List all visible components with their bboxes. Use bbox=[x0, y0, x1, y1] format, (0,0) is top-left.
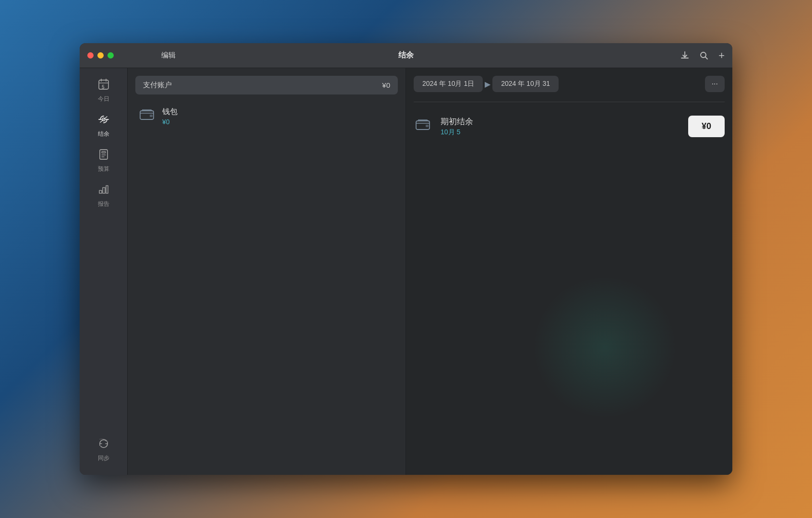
opening-balance-info: 期初结余 10月 5 bbox=[441, 116, 473, 137]
glow-effect bbox=[533, 275, 677, 419]
svg-text:5: 5 bbox=[102, 84, 105, 90]
report-icon bbox=[97, 183, 110, 198]
sidebar-item-balance[interactable]: 结余 bbox=[80, 108, 127, 143]
opening-balance-amount[interactable]: ¥0 bbox=[688, 116, 725, 137]
wallet-name: 钱包 bbox=[162, 107, 178, 117]
svg-rect-7 bbox=[150, 115, 153, 117]
today-icon: 5 bbox=[97, 78, 110, 93]
accounts-header-amount: ¥0 bbox=[382, 81, 390, 89]
sidebar-item-sync[interactable]: 同步 bbox=[80, 432, 127, 467]
edit-button[interactable]: 编辑 bbox=[161, 51, 176, 60]
left-panel: 支付账户 ¥0 钱包 ¥0 bbox=[128, 68, 406, 475]
date-start-button[interactable]: 2024 年 10月 1日 bbox=[414, 76, 483, 92]
sidebar-item-today[interactable]: 5 今日 bbox=[80, 73, 127, 108]
right-panel-bg bbox=[414, 141, 725, 467]
close-button[interactable] bbox=[87, 52, 94, 59]
svg-point-0 bbox=[701, 52, 706, 58]
traffic-lights bbox=[87, 52, 114, 59]
app-window: 编辑 结余 + bbox=[80, 43, 732, 475]
add-button[interactable]: + bbox=[718, 49, 725, 62]
sidebar-label-sync: 同步 bbox=[98, 454, 109, 462]
sidebar: 5 今日 结余 bbox=[80, 68, 128, 475]
wallet-icon bbox=[139, 108, 155, 125]
opening-balance-title: 期初结余 bbox=[441, 116, 473, 127]
date-end-button[interactable]: 2024 年 10月 31 bbox=[492, 76, 559, 92]
opening-balance-item[interactable]: 期初结余 10月 5 ¥0 bbox=[414, 112, 725, 141]
sidebar-label-budget: 预算 bbox=[98, 165, 109, 173]
content-area: 支付账户 ¥0 钱包 ¥0 bbox=[128, 68, 732, 475]
titlebar: 编辑 结余 + bbox=[80, 43, 732, 68]
right-panel: 2024 年 10月 1日 ▶ 2024 年 10月 31 ··· bbox=[406, 68, 732, 475]
maximize-button[interactable] bbox=[107, 52, 114, 59]
sidebar-item-report[interactable]: 报告 bbox=[80, 178, 127, 213]
svg-rect-9 bbox=[426, 125, 429, 127]
search-icon[interactable] bbox=[699, 51, 709, 60]
budget-icon bbox=[97, 148, 110, 163]
sidebar-item-budget[interactable]: 预算 bbox=[80, 143, 127, 178]
date-more-button[interactable]: ··· bbox=[705, 76, 725, 92]
balance-icon bbox=[97, 113, 110, 128]
opening-balance-date: 10月 5 bbox=[441, 128, 473, 137]
titlebar-actions: + bbox=[680, 49, 725, 62]
main-area: 5 今日 结余 bbox=[80, 68, 732, 475]
wallet-account-item[interactable]: 钱包 ¥0 bbox=[135, 102, 398, 130]
sidebar-label-today: 今日 bbox=[98, 95, 109, 103]
divider bbox=[414, 102, 725, 102]
sidebar-label-report: 报告 bbox=[98, 200, 109, 208]
wallet-amount: ¥0 bbox=[162, 118, 178, 126]
window-title: 结余 bbox=[398, 50, 414, 60]
balance-wallet-icon bbox=[414, 118, 433, 135]
svg-rect-4 bbox=[100, 150, 107, 159]
date-arrow-icon: ▶ bbox=[485, 80, 490, 89]
date-range-bar: 2024 年 10月 1日 ▶ 2024 年 10月 31 ··· bbox=[414, 76, 725, 92]
download-icon[interactable] bbox=[680, 51, 690, 60]
sync-icon bbox=[97, 437, 110, 452]
svg-rect-5 bbox=[102, 152, 106, 153]
accounts-header-label: 支付账户 bbox=[143, 81, 172, 90]
sidebar-label-balance: 结余 bbox=[98, 130, 109, 138]
wallet-info: 钱包 ¥0 bbox=[162, 107, 178, 126]
minimize-button[interactable] bbox=[97, 52, 104, 59]
accounts-header[interactable]: 支付账户 ¥0 bbox=[135, 76, 398, 94]
